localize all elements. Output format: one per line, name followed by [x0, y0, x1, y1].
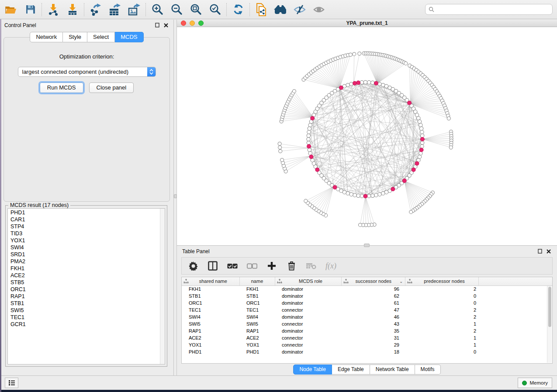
- mcds-result-item[interactable]: GCR1: [10, 321, 165, 328]
- function-builder-icon[interactable]: f(x): [325, 261, 336, 271]
- zoom-selected-icon[interactable]: [208, 3, 221, 16]
- mcds-result-item[interactable]: STB1: [10, 300, 165, 307]
- toolbar-separator: [42, 3, 42, 16]
- close-panel-icon[interactable]: [164, 23, 168, 28]
- cell-filler: [478, 341, 552, 348]
- network-view-titlebar[interactable]: YPA_prune.txt_1: [177, 20, 557, 27]
- column-header-MCDS-role[interactable]: MCDS role: [275, 277, 341, 285]
- criterion-dropdown[interactable]: largest connected component (undirected): [18, 67, 156, 77]
- mcds-result-item[interactable]: RAP1: [10, 293, 165, 300]
- close-panel-button[interactable]: Close panel: [89, 83, 134, 93]
- export-image-icon[interactable]: [128, 3, 141, 16]
- zoom-in-icon[interactable]: [151, 3, 164, 16]
- tab-node-table[interactable]: Node Table: [293, 364, 332, 375]
- optimization-criterion-label: Optimization criterion:: [4, 53, 170, 60]
- memory-button[interactable]: Memory: [518, 378, 552, 388]
- memory-status-icon: [522, 381, 527, 385]
- table-row[interactable]: SWI5SWI5connector431: [182, 320, 552, 327]
- task-history-button[interactable]: [5, 378, 18, 388]
- float-panel-icon[interactable]: [538, 249, 542, 254]
- network-canvas[interactable]: [177, 27, 557, 245]
- table-row[interactable]: RAP1RAP1dominator352: [182, 327, 552, 334]
- import-table-icon[interactable]: [66, 3, 79, 16]
- float-panel-icon[interactable]: [155, 23, 159, 28]
- tab-style[interactable]: Style: [63, 32, 87, 42]
- mcds-result-item[interactable]: SRD1: [10, 251, 165, 258]
- column-header-predecessor-nodes[interactable]: predecessor nodes: [405, 277, 478, 285]
- open-file-icon[interactable]: [4, 3, 17, 16]
- table-scrollbar[interactable]: [547, 286, 552, 363]
- export-table-icon[interactable]: [108, 3, 121, 16]
- search-network-icon[interactable]: [274, 3, 287, 16]
- cell-filler: [478, 292, 552, 299]
- hide-panel-icon[interactable]: [293, 3, 306, 16]
- mcds-result-item[interactable]: SWI5: [10, 307, 165, 314]
- close-panel-icon[interactable]: [547, 249, 551, 254]
- splitter-handle[interactable]: [174, 194, 177, 198]
- table-row[interactable]: STB1STB1dominator620: [182, 292, 552, 299]
- add-row-icon[interactable]: [266, 261, 277, 271]
- run-mcds-button[interactable]: Run MCDS: [40, 83, 83, 93]
- cell-MCDS-role: dominator: [275, 348, 341, 355]
- save-icon[interactable]: [24, 3, 37, 16]
- mcds-result-item[interactable]: CAR1: [10, 216, 165, 223]
- search-input[interactable]: [436, 7, 549, 13]
- table-row[interactable]: FKH1FKH1dominator962: [182, 285, 552, 292]
- cell-successor-nodes: 43: [341, 320, 405, 327]
- mcds-list-scrollbar[interactable]: [160, 209, 165, 364]
- zoom-out-icon[interactable]: [170, 3, 183, 16]
- tab-motifs[interactable]: Motifs: [415, 364, 441, 375]
- mcds-result-item[interactable]: ORC1: [10, 286, 165, 293]
- mcds-result-item[interactable]: STB5: [10, 279, 165, 286]
- horizontal-splitter-handle[interactable]: [364, 244, 370, 247]
- tab-select[interactable]: Select: [87, 32, 115, 42]
- zoom-fit-icon[interactable]: [189, 3, 202, 16]
- network-view-title: YPA_prune.txt_1: [177, 20, 557, 26]
- mcds-result-item[interactable]: ACE2: [10, 272, 165, 279]
- columns-icon[interactable]: [208, 261, 218, 271]
- cell-predecessor-nodes: 1: [405, 334, 478, 341]
- mcds-result-item[interactable]: TID3: [10, 230, 165, 237]
- settings-gear-icon[interactable]: [188, 261, 198, 271]
- table-row[interactable]: SWI4SWI4dominator462: [182, 313, 552, 320]
- mcds-result-item[interactable]: STP4: [10, 223, 165, 230]
- mcds-result-item[interactable]: TEC1: [10, 314, 165, 321]
- cell-predecessor-nodes: 0: [405, 292, 478, 299]
- desktop-background-sliver: [0, 19, 1, 392]
- tab-mcds[interactable]: MCDS: [115, 32, 143, 42]
- mcds-result-item[interactable]: SWI4: [10, 244, 165, 251]
- tab-edge-table[interactable]: Edge Table: [332, 364, 370, 375]
- clone-network-icon[interactable]: [255, 3, 268, 16]
- mcds-result-item[interactable]: PHD1: [10, 209, 165, 216]
- table-row[interactable]: PHD1PHD1dominator180: [182, 348, 552, 355]
- mcds-result-item[interactable]: FKH1: [10, 265, 165, 272]
- main-toolbar: [0, 0, 557, 19]
- vertical-splitter[interactable]: [174, 20, 177, 375]
- search-icon: [429, 7, 434, 12]
- column-header-name[interactable]: name: [239, 277, 275, 285]
- table-row[interactable]: ACE2ACE2connector311: [182, 334, 552, 341]
- export-network-icon[interactable]: [89, 3, 102, 16]
- clear-table-icon[interactable]: [306, 261, 316, 271]
- mcds-result-item[interactable]: PMA2: [10, 258, 165, 265]
- cell-successor-nodes: 46: [341, 313, 405, 320]
- mcds-result-list[interactable]: PHD1CAR1STP4TID3YOX1SWI4SRD1PMA2FKH1ACE2…: [7, 208, 165, 364]
- table-row[interactable]: TEC1TEC1connector472: [182, 306, 552, 313]
- table-row[interactable]: YOX1YOX1connector291: [182, 341, 552, 348]
- cell-predecessor-nodes: 2: [405, 306, 478, 313]
- tab-network-table[interactable]: Network Table: [370, 364, 415, 375]
- column-header-successor-nodes[interactable]: successor nodes⌄: [341, 277, 405, 285]
- search-box[interactable]: [425, 4, 553, 15]
- column-header-shared-name[interactable]: shared name: [182, 277, 239, 285]
- mcds-result-item[interactable]: YOX1: [10, 237, 165, 244]
- select-all-icon[interactable]: [227, 261, 238, 271]
- refresh-icon[interactable]: [232, 3, 245, 16]
- table-row[interactable]: ORC1ORC1dominator610: [182, 299, 552, 306]
- import-network-icon[interactable]: [47, 3, 60, 16]
- deselect-all-icon[interactable]: [247, 261, 257, 271]
- show-eye-icon[interactable]: [312, 3, 325, 16]
- table-panel: Table Panel: [177, 245, 557, 375]
- table-scrollbar-thumb[interactable]: [548, 287, 551, 327]
- delete-row-icon[interactable]: [286, 261, 297, 271]
- tab-network[interactable]: Network: [30, 32, 63, 42]
